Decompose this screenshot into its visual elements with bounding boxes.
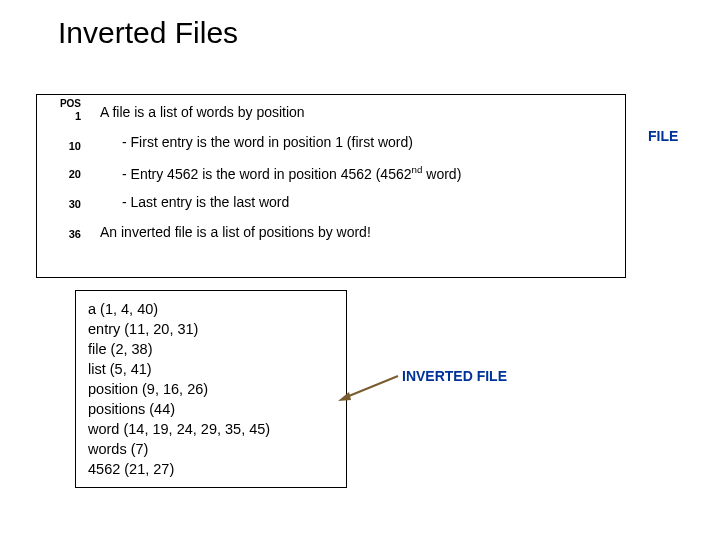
svg-marker-1 (338, 392, 351, 401)
line-1: A file is a list of words by position (100, 104, 305, 120)
inv-row-2: entry (11, 20, 31) (88, 319, 336, 339)
pos-1: 1 (41, 110, 81, 122)
inv-row-4: list (5, 41) (88, 359, 336, 379)
file-box (36, 94, 626, 278)
inv-row-5: position (9, 16, 26) (88, 379, 336, 399)
line-2: - First entry is the word in position 1 … (122, 134, 413, 150)
pos-36: 36 (41, 228, 81, 240)
inv-row-1: a (1, 4, 40) (88, 299, 336, 319)
inv-row-7: word (14, 19, 24, 29, 35, 45) (88, 419, 336, 439)
line-3: - Entry 4562 is the word in position 456… (122, 164, 461, 182)
inv-row-3: file (2, 38) (88, 339, 336, 359)
pos-30: 30 (41, 198, 81, 210)
inv-row-9: 4562 (21, 27) (88, 459, 336, 479)
inv-row-8: words (7) (88, 439, 336, 459)
line-4: - Last entry is the last word (122, 194, 289, 210)
line-3a: - Entry 4562 is the word in position 456… (122, 166, 412, 182)
slide-title: Inverted Files (0, 0, 720, 50)
svg-line-0 (344, 376, 398, 398)
arrow-icon (336, 372, 402, 406)
line-5: An inverted file is a list of positions … (100, 224, 371, 240)
pos-header: POS (41, 98, 81, 109)
line-3-sup: nd (412, 164, 423, 175)
line-3c: word) (422, 166, 461, 182)
pos-20: 20 (41, 168, 81, 180)
file-label: FILE (648, 128, 678, 144)
inv-row-6: positions (44) (88, 399, 336, 419)
pos-10: 10 (41, 140, 81, 152)
inverted-file-label: INVERTED FILE (402, 368, 507, 384)
inverted-file-box: a (1, 4, 40) entry (11, 20, 31) file (2,… (75, 290, 347, 488)
